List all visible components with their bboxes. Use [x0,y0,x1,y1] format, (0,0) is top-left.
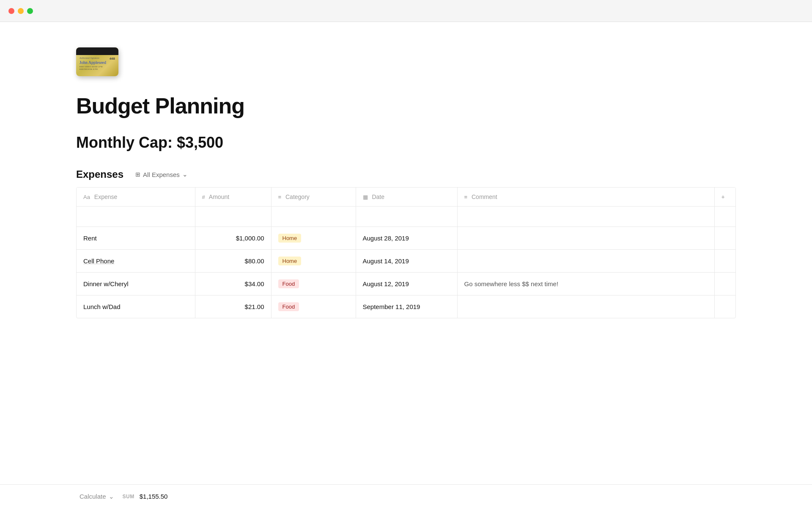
category-badge[interactable]: Home [278,257,302,265]
table-row: Cell Phone $80.00 Home August 14, 2019 [77,250,735,273]
date-cell[interactable]: September 11, 2019 [356,295,457,318]
traffic-lights [8,8,33,14]
date-value: August 14, 2019 [363,257,409,265]
category-badge[interactable]: Food [278,279,299,288]
col-header-date[interactable]: ▦ Date [356,188,457,207]
amount-value: $1,000.00 [236,235,264,242]
category-cell[interactable]: Home [271,250,356,273]
comment-cell[interactable] [457,295,714,318]
date-value: August 12, 2019 [363,280,409,287]
empty-add-cell [714,207,735,227]
table-icon: ⊞ [135,171,140,178]
col-category-label: Category [285,193,310,200]
expenses-header: Expenses ⊞ All Expenses ⌄ [76,168,736,180]
list-icon: ≡ [278,194,282,200]
table-header-row: Aa Expense # Amount ≡ Category ▦ Date [77,188,735,207]
close-button[interactable] [8,8,14,14]
sum-value: $1,155.50 [140,493,168,500]
expense-name: Lunch w/Dad [83,303,121,310]
amount-cell[interactable]: $21.00 [195,295,271,318]
expenses-table: Aa Expense # Amount ≡ Category ▦ Date [77,188,735,318]
expenses-table-container: Aa Expense # Amount ≡ Category ▦ Date [76,187,736,318]
table-row: Rent $1,000.00 Home August 28, 2019 [77,227,735,250]
filter-label: All Expenses [143,171,180,178]
empty-comment-cell[interactable] [457,207,714,227]
expense-name: Dinner w/Cheryl [83,280,129,287]
col-expense-label: Expense [94,193,117,200]
amount-cell[interactable]: $1,000.00 [195,227,271,250]
add-column-icon[interactable]: + [721,193,725,200]
calendar-icon: ▦ [363,194,368,200]
card-number-tag: 448 [110,57,115,61]
table-row [77,207,735,227]
comment-cell[interactable]: Go somewhere less $$ next time! [457,273,714,295]
category-cell[interactable]: Food [271,273,356,295]
category-cell[interactable]: Food [271,295,356,318]
col-header-comment[interactable]: ≡ Comment [457,188,714,207]
chevron-down-icon: ⌄ [109,493,114,500]
amount-cell[interactable]: $80.00 [195,250,271,273]
card-number-line2: EEE23E197A JCPB [80,68,115,71]
col-date-label: Date [372,193,384,200]
calculate-button[interactable]: Calculate ⌄ [76,491,118,502]
empty-category-cell[interactable] [271,207,356,227]
credit-card-icon: Authorized Signature John Appleseed EEET… [76,47,118,76]
chevron-down-icon: ⌄ [182,171,188,178]
col-amount-label: Amount [209,193,229,200]
empty-amount-cell[interactable] [195,207,271,227]
comment-list-icon: ≡ [464,194,468,200]
expense-name-cell[interactable]: Lunch w/Dad [77,295,195,318]
card-signature: John Appleseed [80,60,115,65]
empty-expense-cell[interactable] [77,207,195,227]
expense-name: Rent [83,235,97,242]
row-add-cell [714,273,735,295]
comment-cell[interactable] [457,227,714,250]
expense-name-cell[interactable]: Dinner w/Cheryl [77,273,195,295]
col-header-amount[interactable]: # Amount [195,188,271,207]
col-header-expense[interactable]: Aa Expense [77,188,195,207]
col-comment-label: Comment [472,193,497,200]
amount-value: $80.00 [245,257,264,265]
expense-name-cell[interactable]: Cell Phone [77,250,195,273]
col-header-add[interactable]: + [714,188,735,207]
category-cell[interactable]: Home [271,227,356,250]
amount-value: $34.00 [245,280,264,287]
table-row: Dinner w/Cheryl $34.00 Food August 12, 2… [77,273,735,295]
credit-card-container: Authorized Signature John Appleseed EEET… [76,47,736,76]
expenses-filter-button[interactable]: ⊞ All Expenses ⌄ [130,169,193,180]
amount-cell[interactable]: $34.00 [195,273,271,295]
date-value: August 28, 2019 [363,235,409,242]
expenses-section-title: Expenses [76,168,123,180]
main-content: Authorized Signature John Appleseed EEET… [0,22,812,344]
comment-text: Go somewhere less $$ next time! [464,280,559,287]
hash-icon: # [202,194,205,200]
col-header-category[interactable]: ≡ Category [271,188,356,207]
calculate-label: Calculate [80,493,106,500]
monthly-cap: Monthly Cap: $3,500 [76,134,736,152]
minimize-button[interactable] [18,8,24,14]
text-icon: Aa [83,194,90,200]
expense-name: Cell Phone [83,257,114,265]
row-add-cell [714,295,735,318]
window-chrome [0,0,812,22]
comment-cell[interactable] [457,250,714,273]
bottom-bar: Calculate ⌄ SUM $1,155.50 [0,484,812,508]
empty-date-cell[interactable] [356,207,457,227]
page-title: Budget Planning [76,93,736,119]
date-value: September 11, 2019 [363,303,420,310]
expense-name-cell[interactable]: Rent [77,227,195,250]
amount-value: $21.00 [245,303,264,310]
category-badge[interactable]: Food [278,302,299,311]
sum-label: SUM [123,494,134,500]
category-badge[interactable]: Home [278,234,302,243]
row-add-cell [714,227,735,250]
date-cell[interactable]: August 12, 2019 [356,273,457,295]
date-cell[interactable]: August 14, 2019 [356,250,457,273]
date-cell[interactable]: August 28, 2019 [356,227,457,250]
row-add-cell [714,250,735,273]
table-row: Lunch w/Dad $21.00 Food September 11, 20… [77,295,735,318]
maximize-button[interactable] [27,8,33,14]
